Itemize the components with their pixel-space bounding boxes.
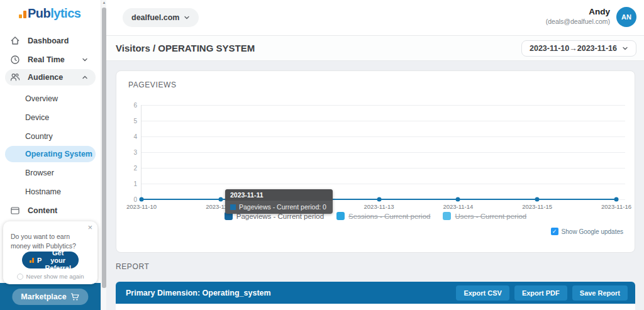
sidebar-item-label: Real Time (28, 55, 65, 64)
sidebar-item-real-time[interactable]: Real Time (5, 52, 96, 68)
x-tick-label: 2023-11-13 (364, 203, 394, 210)
pageviews-chart-card: PAGEVIEWS 01234562023-11-102023-11-11202… (116, 70, 635, 253)
y-tick-label: 2 (133, 165, 137, 172)
date-range-selector[interactable]: 2023-11-10→2023-11-16 (521, 40, 636, 57)
chevron-up-icon (82, 74, 88, 80)
y-tick-label: 0 (133, 196, 137, 203)
legend-swatch (336, 212, 345, 220)
y-tick-label: 1 (133, 180, 137, 187)
page-header: Visitors / OPERATING SYSTEM 2023-11-10→2… (106, 36, 644, 61)
chart-title: PAGEVIEWS (128, 80, 177, 89)
y-tick-label: 5 (133, 118, 137, 125)
x-tick-label: 2023-11-10 (126, 203, 157, 210)
user-name: Andy (546, 7, 610, 16)
cart-icon (71, 293, 80, 301)
marketplace-button[interactable]: Marketplace (12, 289, 88, 305)
legend-swatch (443, 212, 451, 220)
sidebar-item-content[interactable]: Content (5, 202, 96, 219)
referral-promo-card: × Do you want to earn money with Publyti… (3, 221, 97, 284)
get-referral-button[interactable]: P Get your Referral (22, 252, 79, 268)
site-selector[interactable]: dealfuel.com (123, 8, 199, 27)
page-title: Visitors / OPERATING SYSTEM (116, 43, 255, 53)
topbar: dealfuel.com Andy (deals@dealfuel.com) A… (106, 0, 644, 36)
logo-text-dark: Pub (28, 6, 50, 20)
main-area: dealfuel.com Andy (deals@dealfuel.com) A… (106, 0, 644, 310)
sidebar-footer: Marketplace (0, 283, 101, 310)
sidebar-item-label: Dashboard (28, 36, 69, 45)
data-point[interactable] (614, 197, 619, 202)
legend-item[interactable]: Users - Current period (443, 212, 526, 220)
x-tick-label: 2023-11-15 (522, 203, 552, 210)
data-point[interactable] (456, 197, 460, 202)
report-section-label: REPORT (116, 262, 149, 271)
logo-bars-icon (30, 258, 34, 263)
save-report-button[interactable]: Save Report (572, 285, 628, 301)
sidebar-item-label: Content (28, 206, 57, 215)
google-updates-toggle: ✓ Show Google updates (551, 228, 623, 235)
sidebar: Publytics Dashboard Real Time Audience (0, 0, 101, 310)
sidebar-scrollbar[interactable]: ▲ (101, 0, 106, 310)
chevron-down-icon (622, 45, 628, 52)
user-info: Andy (deals@dealfuel.com) (546, 7, 610, 25)
x-tick-label: 2023-11-16 (601, 203, 631, 210)
google-updates-label: Show Google updates (562, 228, 623, 235)
export-csv-button[interactable]: Export CSV (456, 285, 509, 301)
y-tick-label: 4 (133, 133, 137, 140)
clock-icon (10, 55, 20, 65)
promo-logo-letter: P (37, 257, 42, 264)
series-color-swatch (230, 204, 236, 210)
logo-text-light: lytics (50, 6, 80, 20)
sidebar-item-dashboard[interactable]: Dashboard (5, 33, 96, 49)
chart-legend: Pageviews - Current periodSessions - Cur… (116, 212, 635, 220)
scroll-up-arrow-icon[interactable]: ▲ (102, 1, 106, 4)
data-point[interactable] (140, 197, 144, 202)
report-header-bar: Primary Dimension: Operating_system Expo… (116, 282, 635, 304)
chevron-down-icon (82, 57, 88, 63)
home-icon (10, 36, 20, 46)
sidebar-item-browser[interactable]: Browser (5, 165, 96, 181)
logo-bars-icon (19, 11, 26, 21)
data-point[interactable] (535, 197, 540, 202)
report-table-top (116, 304, 635, 310)
series-line (142, 105, 616, 199)
sidebar-item-operating-system[interactable]: Operating System (5, 146, 96, 162)
sidebar-item-country[interactable]: Country (5, 128, 96, 145)
sidebar-item-hostname[interactable]: Hostname (5, 184, 96, 200)
people-icon (10, 72, 20, 82)
sidebar-item-overview[interactable]: Overview (5, 91, 96, 107)
tooltip-entry: Pageviews - Current period: 0 (239, 203, 326, 211)
never-show-again-row: Never show me again (3, 273, 97, 280)
scrollbar-thumb[interactable] (102, 8, 106, 288)
close-icon[interactable]: × (87, 223, 92, 232)
checked-checkbox-icon[interactable]: ✓ (551, 228, 558, 235)
user-email: (deals@dealfuel.com) (546, 18, 610, 25)
sidebar-item-label: Audience (28, 73, 63, 82)
legend-label: Users - Current period (455, 213, 526, 220)
publytics-logo: Publytics (19, 6, 80, 21)
plot-area: 01234562023-11-102023-11-112023-11-12202… (141, 105, 616, 199)
chevron-down-icon (184, 14, 190, 21)
chart-tooltip: 2023-11-11 Pageviews - Current period: 0 (225, 189, 333, 214)
data-point[interactable] (377, 197, 381, 202)
export-pdf-button[interactable]: Export PDF (514, 285, 567, 301)
data-point[interactable] (218, 197, 223, 202)
avatar[interactable]: AN (616, 7, 636, 27)
legend-label: Sessions - Current period (348, 213, 430, 220)
x-tick-label: 2023-11-14 (443, 203, 473, 210)
app-window: Publytics Dashboard Real Time Audience (0, 0, 644, 310)
y-tick-label: 6 (133, 102, 137, 109)
sidebar-item-audience[interactable]: Audience (5, 69, 96, 86)
sidebar-item-device[interactable]: Device (5, 109, 96, 126)
y-tick-label: 3 (133, 149, 137, 156)
primary-dimension-label: Primary Dimension: Operating_system (126, 289, 271, 297)
legend-item[interactable]: Sessions - Current period (336, 212, 430, 220)
never-show-checkbox[interactable] (17, 274, 23, 280)
browser-window-icon (10, 206, 20, 216)
tooltip-date: 2023-11-11 (225, 189, 333, 201)
